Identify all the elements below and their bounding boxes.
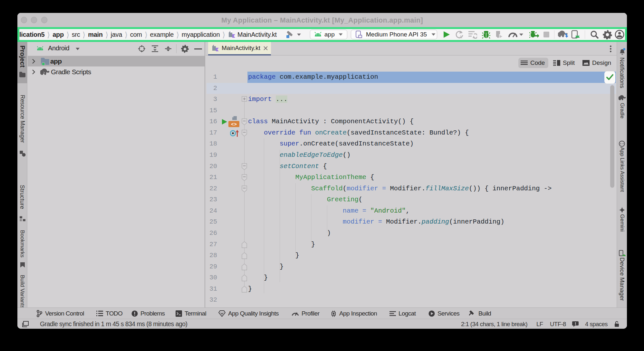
svg-text:A: A <box>459 35 462 39</box>
svg-text:<>: <> <box>231 122 237 127</box>
